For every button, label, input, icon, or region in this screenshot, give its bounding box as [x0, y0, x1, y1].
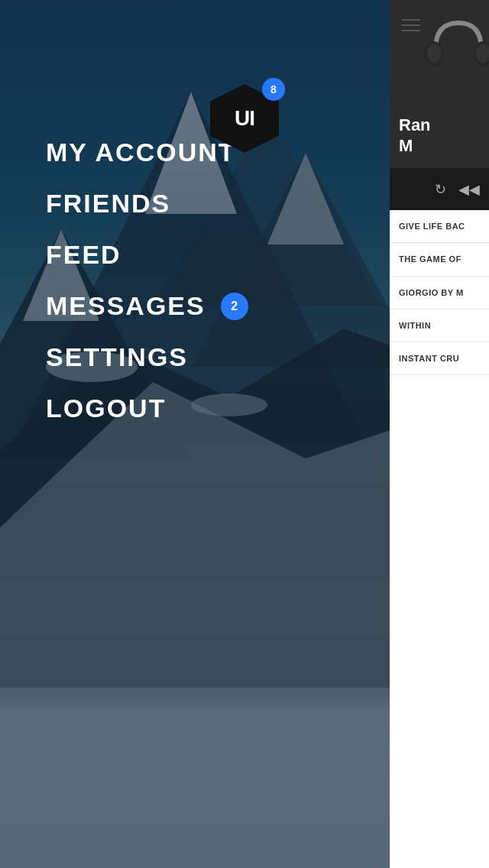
hamburger-bar-3	[402, 30, 420, 31]
song-list: GIVE LIFE BAC THE GAME OF GIORGIO BY M W…	[390, 210, 489, 868]
song-item-1[interactable]: GIVE LIFE BAC	[390, 210, 489, 243]
song-title-5: INSTANT CRU	[399, 353, 480, 364]
panel-title: M	[399, 136, 431, 156]
menu-label-feed: FEED	[46, 240, 121, 270]
rewind-button[interactable]: ◀◀	[458, 181, 480, 198]
menu-item-settings[interactable]: SETTINGS	[46, 342, 248, 372]
menu-label-logout: LOGOUT	[46, 394, 166, 423]
logo-text: UI	[235, 106, 254, 131]
menu-label-messages: MESSAGES	[46, 291, 206, 321]
song-title-4: WITHIN	[399, 320, 480, 331]
panel-header: Ran M	[390, 0, 489, 168]
svg-point-14	[429, 46, 439, 61]
panel-artist: Ran	[399, 115, 431, 135]
song-item-5[interactable]: INSTANT CRU	[390, 342, 489, 375]
song-title-1: GIVE LIFE BAC	[399, 221, 480, 232]
logo-container: UI 8	[210, 84, 279, 153]
song-title-3: GIORGIO BY M	[399, 287, 480, 298]
menu-label-my-account: MY ACCOUNT	[46, 138, 236, 167]
menu-item-logout[interactable]: LOGOUT	[46, 394, 248, 423]
menu-label-settings: SETTINGS	[46, 342, 188, 372]
hamburger-bar-2	[402, 24, 420, 26]
menu-item-feed[interactable]: FEED	[46, 240, 248, 270]
repeat-button[interactable]: ↻	[435, 181, 446, 198]
player-controls: ↻ ◀◀	[390, 168, 489, 210]
right-panel: Ran M ↻ ◀◀ GIVE LIFE BAC THE GAME OF GIO…	[390, 0, 489, 868]
main-navigation: MY ACCOUNT FRIENDS FEED MESSAGES 2 SETTI…	[46, 138, 248, 423]
left-menu: MY ACCOUNT FRIENDS FEED MESSAGES 2 SETTI…	[0, 0, 390, 868]
menu-item-messages[interactable]: MESSAGES 2	[46, 291, 248, 321]
song-item-4[interactable]: WITHIN	[390, 309, 489, 342]
messages-badge: 2	[221, 293, 248, 320]
svg-point-16	[478, 46, 488, 61]
logo-notification-badge: 8	[262, 78, 285, 101]
hamburger-bar-1	[402, 19, 420, 21]
song-item-2[interactable]: THE GAME OF	[390, 243, 489, 276]
hamburger-menu-button[interactable]	[402, 15, 420, 35]
headphone-graphic	[420, 8, 489, 84]
song-title-2: THE GAME OF	[399, 254, 480, 264]
song-item-3[interactable]: GIORGIO BY M	[390, 277, 489, 309]
menu-item-friends[interactable]: FRIENDS	[46, 189, 248, 219]
menu-label-friends: FRIENDS	[46, 189, 170, 219]
